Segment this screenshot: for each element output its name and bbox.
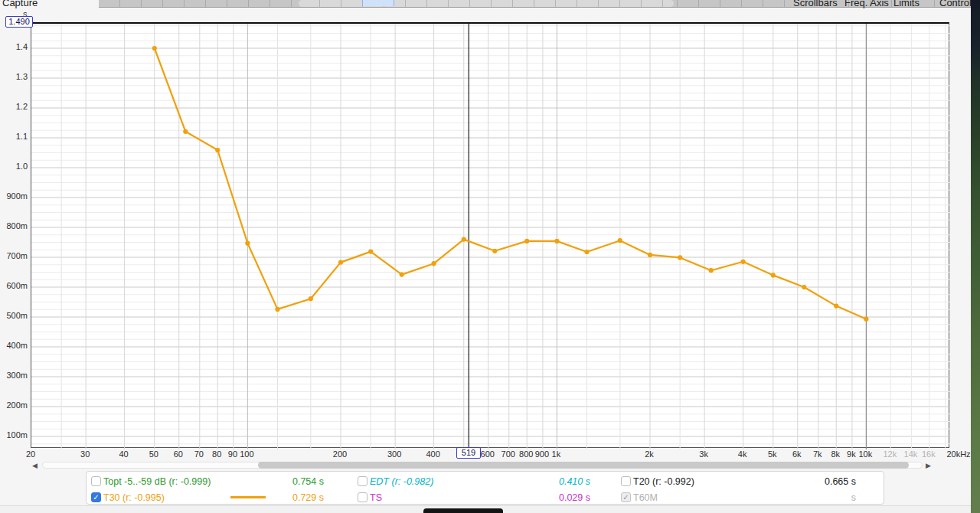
app-window: Capture Scrollbars Freq. Axis Limits Con… bbox=[0, 0, 980, 513]
scrollbars-button[interactable]: Scrollbars bbox=[793, 0, 838, 8]
scroll-right-arrow[interactable]: ▶ bbox=[926, 462, 931, 469]
t30-label: T30 (r: -0.995) bbox=[103, 492, 165, 503]
graph-selector-bar[interactable] bbox=[99, 0, 971, 8]
y-tick-label: 1.3 bbox=[0, 72, 28, 81]
y-tick-label: 400m bbox=[0, 341, 28, 350]
limits-button[interactable]: Limits bbox=[893, 0, 920, 8]
y-tick-label: 900m bbox=[0, 191, 28, 201]
t30-data-point bbox=[275, 307, 279, 312]
x-tick-label: 3k bbox=[682, 449, 725, 459]
t30-checkbox[interactable]: ✓ bbox=[91, 492, 101, 502]
t30-data-point bbox=[183, 129, 188, 134]
t20-value: 0.665 s bbox=[787, 476, 856, 487]
topt-value: 0.754 s bbox=[255, 476, 324, 487]
topt-label: Topt -5..-59 dB (r: -0.999) bbox=[103, 476, 211, 487]
y-tick-label: 600m bbox=[0, 281, 28, 290]
y-tick-label: 1.2 bbox=[0, 102, 28, 111]
y-tick-label: 700m bbox=[0, 251, 28, 260]
x-tick-label: 20 bbox=[9, 449, 52, 459]
t30-series-line bbox=[155, 48, 867, 319]
t20-checkbox[interactable] bbox=[621, 476, 631, 486]
x-tick-label: 300 bbox=[373, 449, 416, 459]
t30-data-point bbox=[368, 250, 373, 254]
edt-value: 0.410 s bbox=[521, 476, 590, 487]
t30-data-point bbox=[864, 317, 868, 322]
t30-data-point bbox=[709, 268, 714, 273]
t60m-label: T60M bbox=[633, 492, 658, 503]
y-tick-label: 1.1 bbox=[0, 132, 28, 141]
t30-data-point bbox=[400, 273, 404, 277]
graph-selector-active-segment[interactable] bbox=[362, 0, 394, 6]
t20-label: T20 (r: -0.992) bbox=[633, 476, 694, 487]
y-tick-label: 500m bbox=[0, 311, 28, 320]
t30-data-point bbox=[492, 249, 497, 253]
t30-data-point bbox=[771, 273, 776, 277]
t30-data-point bbox=[152, 46, 157, 51]
t30-data-point bbox=[741, 260, 746, 264]
scroll-left-arrow[interactable]: ◀ bbox=[32, 462, 38, 469]
ts-label: TS bbox=[370, 492, 382, 503]
legend-panel: Topt -5..-59 dB (r: -0.999) 0.754 s ✓ T3… bbox=[86, 471, 884, 505]
x-tick-label: 100 bbox=[225, 449, 268, 459]
t60m-checkbox[interactable]: ✓ bbox=[621, 492, 631, 502]
t30-data-point bbox=[584, 250, 589, 254]
t30-data-point bbox=[834, 304, 838, 309]
cursor-freq-readout: 519 bbox=[456, 447, 481, 459]
y-tick-label: 1.4 bbox=[0, 42, 28, 51]
ts-value: 0.029 s bbox=[521, 492, 590, 503]
ts-checkbox[interactable] bbox=[358, 492, 368, 502]
y-tick-label: 1.0 bbox=[0, 162, 28, 171]
edt-checkbox[interactable] bbox=[358, 476, 368, 486]
x-tick-label: 1k bbox=[534, 449, 577, 459]
capture-button[interactable]: Capture bbox=[2, 0, 38, 8]
cursor-value-readout: 1.490 bbox=[5, 16, 33, 28]
t30-data-point bbox=[618, 238, 622, 243]
rt60-chart[interactable] bbox=[31, 22, 949, 448]
t60m-value: s bbox=[787, 492, 856, 503]
y-tick-label: 200m bbox=[0, 400, 28, 410]
x-tick-label: 2k bbox=[628, 449, 671, 459]
edt-label: EDT (r: -0.982) bbox=[370, 476, 433, 487]
t30-value: 0.729 s bbox=[255, 492, 324, 503]
t30-data-point bbox=[802, 285, 806, 289]
y-tick-label: 100m bbox=[0, 430, 28, 439]
t30-data-point bbox=[215, 148, 220, 152]
topt-checkbox[interactable] bbox=[91, 476, 101, 486]
x-tick-label: 200 bbox=[318, 449, 361, 459]
graph-selector-pill[interactable] bbox=[299, 0, 674, 7]
t30-data-point bbox=[524, 239, 529, 243]
t30-data-point bbox=[462, 237, 466, 242]
t30-data-point bbox=[648, 253, 652, 257]
dock-peek bbox=[423, 508, 503, 513]
h-scrollbar-thumb[interactable] bbox=[258, 462, 909, 469]
t30-data-point bbox=[245, 241, 250, 246]
desktop-wallpaper-strip bbox=[971, 0, 980, 513]
y-tick-label: 300m bbox=[0, 371, 28, 380]
t30-data-point bbox=[554, 239, 559, 243]
x-tick-label: 30 bbox=[64, 449, 106, 459]
t30-data-point bbox=[432, 261, 436, 266]
t30-data-point bbox=[309, 296, 313, 301]
t30-data-point bbox=[338, 260, 343, 265]
chart-canvas bbox=[31, 24, 950, 449]
t30-data-point bbox=[678, 255, 682, 260]
y-tick-label: 800m bbox=[0, 221, 28, 230]
freq-axis-button[interactable]: Freq. Axis bbox=[844, 0, 889, 8]
